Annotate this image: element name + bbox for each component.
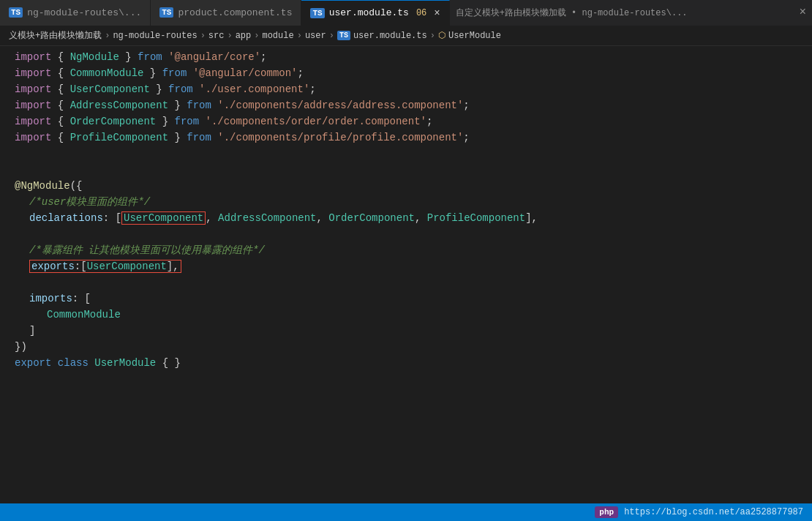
tab-ng-module-routes[interactable]: TS ng-module-routes\... bbox=[0, 0, 151, 26]
tab-label: product.component.ts bbox=[178, 7, 292, 18]
tab-badge: 06 bbox=[416, 8, 426, 18]
code-text: import { CommonModule } from '@angular/c… bbox=[0, 65, 812, 81]
code-text: @NgModule({ bbox=[0, 178, 812, 194]
code-line: import { OrderComponent } from './compon… bbox=[0, 113, 812, 130]
code-line: import { UserComponent } from './user.co… bbox=[0, 81, 812, 97]
red-box-exports: exports:[UserComponent], bbox=[29, 260, 181, 273]
code-text: import { OrderComponent } from './compon… bbox=[0, 113, 812, 130]
typescript-badge: TS bbox=[337, 31, 350, 40]
code-line: exports:[UserComponent], bbox=[0, 258, 812, 274]
tab-product-component[interactable]: TS product.component.ts bbox=[151, 0, 301, 26]
empty-line bbox=[0, 162, 812, 178]
red-box-declarations: UserComponent bbox=[121, 211, 206, 225]
tab-extra-label: 自定义模块+路由模块懒加载 • ng-module-routes\... × bbox=[450, 0, 812, 26]
breadcrumb-sep: › bbox=[297, 31, 302, 41]
code-line: import { ProfileComponent } from './comp… bbox=[0, 130, 812, 146]
empty-line bbox=[0, 146, 812, 162]
code-line: declarations: [UserComponent, AddressCom… bbox=[0, 210, 812, 226]
breadcrumb-sep: › bbox=[200, 31, 206, 41]
code-text: }) bbox=[0, 339, 812, 355]
empty-line bbox=[0, 226, 812, 242]
code-text: imports: [ bbox=[0, 291, 812, 307]
code-line: imports: [ bbox=[0, 291, 812, 307]
code-line: CommonModule bbox=[0, 307, 812, 323]
code-text: import { UserComponent } from './user.co… bbox=[0, 81, 812, 97]
close-extra-icon[interactable]: × bbox=[799, 6, 806, 19]
code-text: ] bbox=[0, 323, 812, 339]
code-text: import { NgModule } from '@angular/core'… bbox=[0, 49, 812, 65]
close-icon[interactable]: × bbox=[434, 7, 440, 19]
code-text: export class UserModule { } bbox=[0, 355, 812, 371]
code-line: ] bbox=[0, 323, 812, 339]
breadcrumb-sep: › bbox=[227, 31, 232, 41]
tab-user-module[interactable]: TS user.module.ts 06 × bbox=[301, 0, 449, 26]
extra-tab-text: 自定义模块+路由模块懒加载 • ng-module-routes\... bbox=[456, 7, 688, 19]
typescript-icon: TS bbox=[159, 7, 173, 18]
code-text: /*user模块里面的组件*/ bbox=[0, 194, 812, 210]
tab-bar: TS ng-module-routes\... TS product.compo… bbox=[0, 0, 812, 26]
breadcrumb-sep: › bbox=[254, 31, 259, 41]
code-line: import { CommonModule } from '@angular/c… bbox=[0, 65, 812, 81]
breadcrumb-item: 义模块+路由模块懒加载 bbox=[9, 29, 102, 42]
empty-line bbox=[0, 274, 812, 291]
typescript-icon: TS bbox=[310, 8, 324, 18]
breadcrumb-item: app bbox=[236, 31, 252, 41]
breadcrumb-item: src bbox=[208, 31, 225, 41]
code-line: export class UserModule { } bbox=[0, 355, 812, 371]
code-editor: import { NgModule } from '@angular/core'… bbox=[0, 46, 812, 374]
breadcrumb-sep: › bbox=[329, 31, 334, 41]
breadcrumb-item: user.module.ts bbox=[353, 31, 427, 41]
code-line: import { NgModule } from '@angular/core'… bbox=[0, 49, 812, 65]
code-line: /*暴露组件 让其他模块里面可以使用暴露的组件*/ bbox=[0, 242, 812, 258]
breadcrumb-item: module bbox=[262, 31, 293, 41]
code-line: import { AddressComponent } from './comp… bbox=[0, 97, 812, 113]
status-bar: php https://blog.csdn.net/aa2528877987 bbox=[0, 503, 812, 521]
breadcrumb-item: UserModule bbox=[448, 31, 501, 41]
php-badge: php bbox=[595, 506, 618, 518]
code-text: import { AddressComponent } from './comp… bbox=[0, 97, 812, 113]
code-text: /*暴露组件 让其他模块里面可以使用暴露的组件*/ bbox=[0, 242, 812, 258]
code-text: exports:[UserComponent], bbox=[0, 258, 812, 274]
code-line: @NgModule({ bbox=[0, 178, 812, 194]
breadcrumb-item-icon: ⬡ bbox=[438, 30, 446, 41]
breadcrumb-item: ng-module-routes bbox=[113, 31, 197, 41]
tab-label: user.module.ts bbox=[329, 7, 409, 18]
tab-label: ng-module-routes\... bbox=[27, 7, 141, 18]
code-text: import { ProfileComponent } from './comp… bbox=[0, 130, 812, 146]
breadcrumb: 义模块+路由模块懒加载 › ng-module-routes › src › a… bbox=[0, 26, 812, 46]
breadcrumb-item: user bbox=[305, 31, 326, 41]
breadcrumb-sep: › bbox=[430, 31, 435, 41]
typescript-icon: TS bbox=[9, 7, 23, 18]
status-url: https://blog.csdn.net/aa2528877987 bbox=[624, 507, 803, 517]
breadcrumb-sep: › bbox=[105, 31, 110, 41]
code-text: CommonModule bbox=[0, 307, 812, 323]
code-text: declarations: [UserComponent, AddressCom… bbox=[0, 210, 812, 226]
code-line: /*user模块里面的组件*/ bbox=[0, 194, 812, 210]
code-line: }) bbox=[0, 339, 812, 355]
